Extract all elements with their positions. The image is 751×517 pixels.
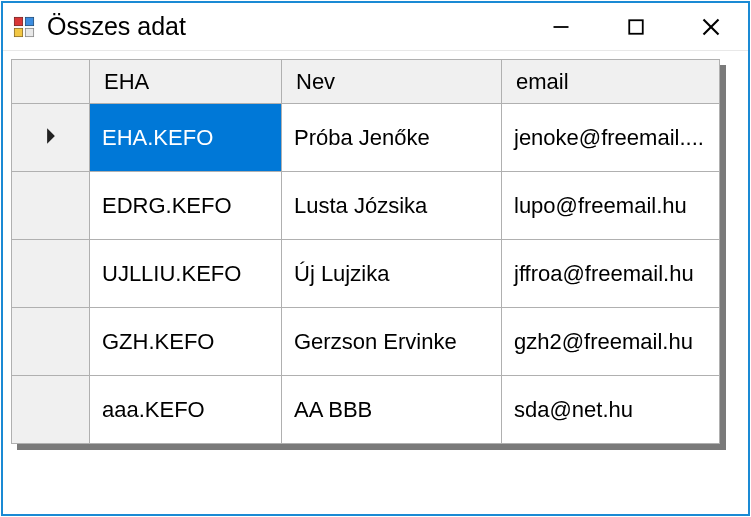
- cell-eha[interactable]: GZH.KEFO: [90, 308, 282, 376]
- close-button[interactable]: [673, 3, 748, 50]
- column-header-email[interactable]: email: [502, 60, 720, 104]
- row-header[interactable]: [12, 308, 90, 376]
- table-row[interactable]: aaa.KEFO AA BBB sda@net.hu: [12, 376, 720, 444]
- cell-email[interactable]: jffroa@freemail.hu: [502, 240, 720, 308]
- app-icon: [13, 16, 35, 38]
- svg-rect-5: [629, 20, 643, 34]
- window-title: Összes adat: [47, 12, 523, 41]
- datagrid[interactable]: EHA Nev email EHA.KEFO Próba Jenőke: [11, 59, 720, 444]
- row-header[interactable]: [12, 172, 90, 240]
- cell-email[interactable]: lupo@freemail.hu: [502, 172, 720, 240]
- cell-nev[interactable]: Lusta Józsika: [282, 172, 502, 240]
- column-header-nev[interactable]: Nev: [282, 60, 502, 104]
- maximize-button[interactable]: [598, 3, 673, 50]
- cell-email[interactable]: gzh2@freemail.hu: [502, 308, 720, 376]
- window-frame: Összes adat: [1, 1, 750, 516]
- svg-rect-1: [25, 17, 33, 25]
- cell-email[interactable]: jenoke@freemail....: [502, 104, 720, 172]
- minimize-icon: [552, 18, 570, 36]
- cell-eha[interactable]: aaa.KEFO: [90, 376, 282, 444]
- client-area: EHA Nev email EHA.KEFO Próba Jenőke: [3, 51, 748, 514]
- svg-rect-2: [14, 28, 22, 36]
- row-header[interactable]: [12, 240, 90, 308]
- cell-nev[interactable]: Próba Jenőke: [282, 104, 502, 172]
- cell-nev[interactable]: Új Lujzika: [282, 240, 502, 308]
- table-row[interactable]: EDRG.KEFO Lusta Józsika lupo@freemail.hu: [12, 172, 720, 240]
- svg-rect-0: [14, 17, 22, 25]
- row-header[interactable]: [12, 376, 90, 444]
- header-row: EHA Nev email: [12, 60, 720, 104]
- row-header-corner[interactable]: [12, 60, 90, 104]
- svg-rect-3: [25, 28, 33, 36]
- row-header[interactable]: [12, 104, 90, 172]
- window-controls: [523, 3, 748, 50]
- cell-eha[interactable]: EHA.KEFO: [90, 104, 282, 172]
- cell-eha[interactable]: EDRG.KEFO: [90, 172, 282, 240]
- cell-nev[interactable]: AA BBB: [282, 376, 502, 444]
- cell-eha[interactable]: UJLLIU.KEFO: [90, 240, 282, 308]
- maximize-icon: [627, 18, 645, 36]
- cell-nev[interactable]: Gerzson Ervinke: [282, 308, 502, 376]
- minimize-button[interactable]: [523, 3, 598, 50]
- table-row[interactable]: EHA.KEFO Próba Jenőke jenoke@freemail...…: [12, 104, 720, 172]
- close-icon: [701, 17, 721, 37]
- table-row[interactable]: UJLLIU.KEFO Új Lujzika jffroa@freemail.h…: [12, 240, 720, 308]
- datagrid-container: EHA Nev email EHA.KEFO Próba Jenőke: [11, 59, 719, 444]
- current-row-indicator-icon: [44, 125, 58, 151]
- cell-email[interactable]: sda@net.hu: [502, 376, 720, 444]
- table-row[interactable]: GZH.KEFO Gerzson Ervinke gzh2@freemail.h…: [12, 308, 720, 376]
- titlebar[interactable]: Összes adat: [3, 3, 748, 51]
- column-header-eha[interactable]: EHA: [90, 60, 282, 104]
